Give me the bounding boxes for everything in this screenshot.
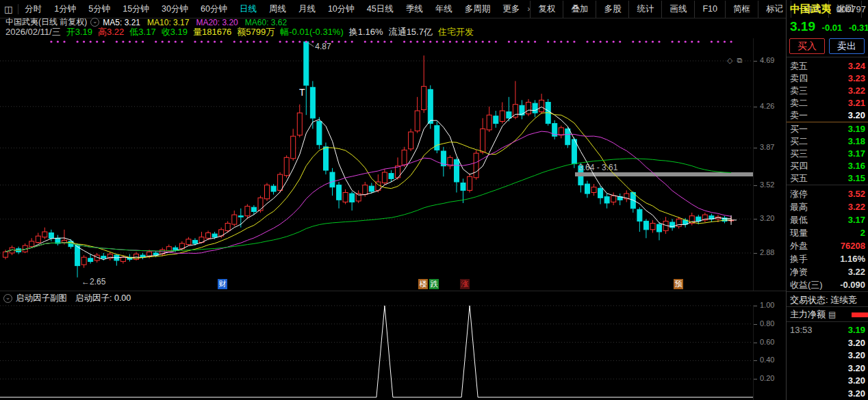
tick-row: 13:533.19 [787, 324, 868, 337]
ask-row[interactable]: 卖五3.24 [787, 60, 868, 72]
bid-price: 3.19 [848, 123, 865, 135]
candlestick-chart[interactable]: 3.64 - 3.614.87←2.65T 财楼跌涨预 [0, 38, 754, 291]
stat-row: 最高3.22 [787, 200, 868, 213]
bid-row[interactable]: 买四3.16 [787, 160, 868, 172]
bid-row[interactable]: 买五3.15 [787, 172, 868, 185]
period-tab[interactable]: 季线 [400, 3, 429, 15]
news-event-badge[interactable]: 跌 [429, 279, 439, 289]
period-tab[interactable]: 1分钟 [48, 3, 82, 15]
ask-price: 3.22 [848, 85, 865, 97]
stat-label: 换手 [790, 252, 808, 265]
period-tab[interactable]: 5分钟 [82, 3, 116, 15]
period-tab[interactable]: 周线 [263, 3, 292, 15]
detail-list-icon[interactable]: ▤ [828, 310, 836, 319]
sell-button[interactable]: 卖出 [829, 38, 865, 54]
price-tick-label: 3.52 [760, 181, 774, 189]
indicator-tick-label: 0.20 [760, 374, 774, 382]
ask-row[interactable]: 卖一3.20 [787, 109, 868, 122]
period-tab[interactable]: 45日线 [361, 3, 400, 15]
window-layout-icon[interactable]: ◫ [0, 4, 18, 14]
stat-value: 3.22 [848, 265, 865, 278]
divider [787, 57, 868, 57]
tick-price: 3.20 [848, 388, 865, 400]
ask-price: 3.20 [848, 109, 865, 122]
bid-price: 3.17 [848, 148, 865, 160]
stat-label: 最低 [790, 213, 808, 226]
indicator-tick-mark [754, 379, 757, 379]
tool-button[interactable]: 统计 [628, 1, 661, 18]
tick-price: 3.20 [848, 362, 865, 375]
bid-label: 买五 [790, 172, 808, 185]
ask-price: 3.23 [848, 72, 865, 85]
ask-label: 卖一 [790, 109, 808, 122]
tool-button[interactable]: 叠加 [563, 1, 596, 18]
svg-text:T: T [299, 87, 305, 98]
ohlc-token: 住宅开发 [438, 26, 474, 38]
divider [787, 185, 868, 185]
bid-row[interactable]: 买二3.18 [787, 135, 868, 148]
collapse-indicator-icon[interactable]: ⌄ [3, 294, 12, 303]
tool-button[interactable]: 多股 [596, 1, 628, 18]
tick-row: 3.20 [787, 375, 868, 388]
stat-row: 外盘76208 [787, 239, 868, 252]
price-change: -0.01 [822, 23, 843, 33]
buy-button[interactable]: 买入 [789, 38, 825, 54]
tick-price: 3.20 [848, 375, 865, 388]
split-pane-icon[interactable]: ⧉ [737, 56, 746, 64]
quote-panel: 中国武夷 000797 3.19 -0.01 -0.31 买入 卖出 卖五3.2… [786, 0, 868, 400]
ask-price: 3.21 [848, 97, 865, 109]
period-tab[interactable]: 60分钟 [194, 3, 233, 15]
bid-label: 买三 [790, 148, 808, 160]
indicator-tick-label: 1.00 [760, 301, 774, 309]
bid-row[interactable]: 买三3.17 [787, 148, 868, 160]
tool-button[interactable]: 复权 [530, 1, 563, 18]
period-tab[interactable]: 多周期 [459, 3, 497, 15]
indicator-chart[interactable] [0, 305, 754, 400]
tick-time: 13:53 [790, 324, 813, 337]
svg-text:3.64 - 3.61: 3.64 - 3.61 [578, 163, 618, 172]
stat-value: 76208 [841, 239, 865, 252]
period-tab[interactable]: 10分钟 [322, 3, 361, 15]
ask-row[interactable]: 卖三3.22 [787, 85, 868, 97]
indicator-tick-mark [754, 306, 757, 306]
price-tick-label: 3.87 [760, 143, 774, 151]
bid-row[interactable]: 买一3.19 [787, 123, 868, 135]
period-tabs: 分时1分钟5分钟15分钟30分钟60分钟日线周线月线10分钟45日线季线年线多周… [18, 3, 526, 15]
period-tab[interactable]: 15分钟 [116, 3, 155, 15]
period-tab[interactable]: 月线 [292, 3, 322, 15]
news-event-badge[interactable]: 楼 [418, 279, 428, 289]
divider [787, 321, 868, 322]
indicator-axis: 1.000.800.600.400.20 [753, 305, 786, 400]
period-tab[interactable]: 分时 [18, 3, 48, 15]
stat-row: 换手1.16% [787, 252, 868, 265]
ask-row[interactable]: 卖四3.23 [787, 72, 868, 85]
news-event-badge[interactable]: 涨 [460, 279, 470, 289]
indicator-title[interactable]: 启动因子副图 [16, 293, 67, 304]
bid-price: 3.15 [848, 172, 865, 185]
bid-price: 3.16 [848, 160, 865, 172]
price-tick-mark [754, 253, 757, 254]
tool-button[interactable]: 画线 [661, 1, 694, 18]
pane-divider[interactable] [0, 291, 786, 291]
period-toolbar: ◫ 分时1分钟5分钟15分钟30分钟60分钟日线周线月线10分钟45日线季线年线… [0, 0, 786, 18]
candlestick-svg: 3.64 - 3.614.87←2.65T [0, 38, 753, 291]
period-tab[interactable]: 更多 [496, 3, 526, 15]
price-tick-mark [754, 185, 757, 186]
stat-value: -0.090 [840, 278, 865, 291]
period-tab[interactable]: 日线 [233, 3, 263, 15]
bid-levels: 买一3.19买二3.18买三3.17买四3.16买五3.15 [787, 123, 868, 185]
ohlc-token: 2026/02/11/三 [5, 26, 61, 38]
tick-row: 3.20 [787, 362, 868, 375]
divider [787, 306, 868, 307]
period-tab[interactable]: 年线 [429, 3, 459, 15]
ask-row[interactable]: 卖二3.21 [787, 97, 868, 109]
stock-code: 000797 [837, 4, 866, 14]
news-event-badge[interactable]: 财 [218, 279, 227, 289]
tool-button[interactable]: F10 [694, 1, 725, 18]
news-event-badge[interactable]: 预 [674, 279, 683, 289]
tool-button[interactable]: 简框 [725, 1, 758, 18]
period-tab[interactable]: 30分钟 [155, 3, 194, 15]
ask-label: 卖二 [790, 97, 808, 109]
ohlc-token: 开3.19 [66, 26, 92, 38]
diamond-marker-icon[interactable]: ◇ [727, 56, 737, 64]
